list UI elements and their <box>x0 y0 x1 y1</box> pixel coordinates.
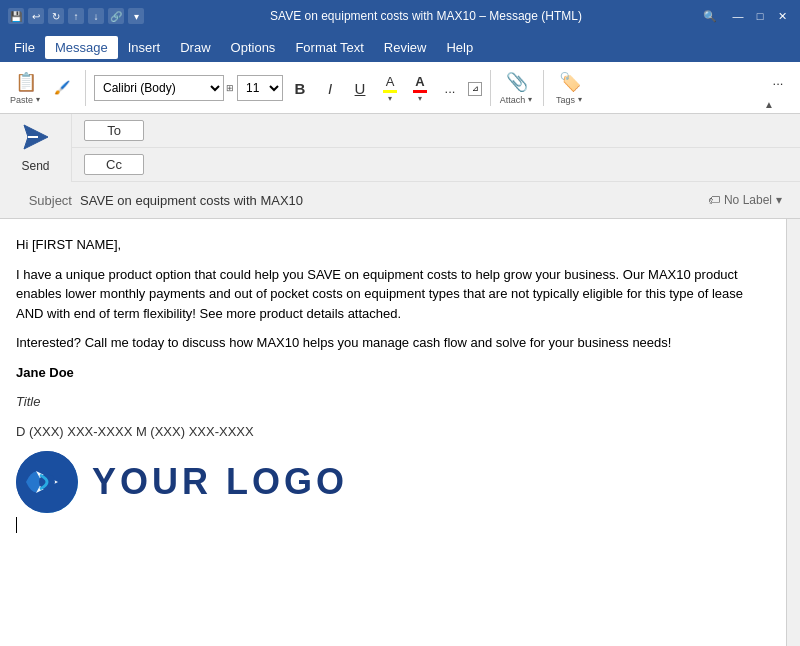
subject-label: Subject <box>12 193 72 208</box>
tags-label: Tags <box>556 95 575 105</box>
cc-input[interactable] <box>152 157 788 172</box>
body-area: Hi [FIRST NAME], I have a unique product… <box>0 219 800 646</box>
more-ribbon-button[interactable]: ... <box>764 64 792 96</box>
ribbon-more: ... ▲ <box>764 64 792 111</box>
title-bar: 💾 ↩ ↻ ↑ ↓ 🔗 ▾ SAVE on equipment costs wi… <box>0 0 800 32</box>
email-fields: Send To Cc Subject SAVE on equipment cos… <box>0 114 800 219</box>
send-area: Send <box>0 114 72 182</box>
more-font-button[interactable]: ... <box>436 73 464 105</box>
redo-icon[interactable]: ↻ <box>48 8 64 24</box>
sender-title: Title <box>16 392 770 412</box>
tags-arrow[interactable]: ▾ <box>576 95 584 104</box>
font-size-select[interactable]: 11 <box>237 75 283 101</box>
to-button[interactable]: To <box>84 120 144 141</box>
no-label-button[interactable]: 🏷 No Label ▾ <box>702 191 788 209</box>
font-group: Calibri (Body) ⊞ 11 B I U A ▾ A ▾ <box>94 71 482 105</box>
to-input[interactable] <box>152 123 788 138</box>
more-ribbon-icon: ... <box>773 73 784 88</box>
menu-bar: File Message Insert Draw Options Format … <box>0 32 800 62</box>
attach-arrow[interactable]: ▾ <box>526 95 534 104</box>
format-painter-icon: 🖌️ <box>54 80 70 95</box>
bold-button[interactable]: B <box>286 73 314 105</box>
menu-file[interactable]: File <box>4 36 45 59</box>
font-dialog-launcher[interactable]: ⊿ <box>468 82 482 96</box>
paste-icon: 📋 <box>15 71 37 93</box>
attach-group: 📎 Attach ▾ <box>499 68 535 108</box>
format-painter-button[interactable]: 🖌️ <box>47 72 77 104</box>
sep1 <box>85 70 86 106</box>
font-color-bar <box>413 90 427 93</box>
paragraph1: I have a unique product option that coul… <box>16 265 770 324</box>
cc-field-row: Cc <box>72 148 800 182</box>
attach-icon: 📎 <box>506 71 528 93</box>
undo-icon[interactable]: ↩ <box>28 8 44 24</box>
save-icon[interactable]: 💾 <box>8 8 24 24</box>
more-font-icon: ... <box>445 81 456 96</box>
attach-label: Attach <box>500 95 526 105</box>
send-svg <box>22 123 50 151</box>
font-expand-icon: ⊞ <box>226 83 234 93</box>
cc-button[interactable]: Cc <box>84 154 144 175</box>
font-color-arrow[interactable]: ▾ <box>416 94 424 103</box>
maximize-button[interactable]: □ <box>750 6 770 26</box>
subject-row: Subject SAVE on equipment costs with MAX… <box>0 182 800 218</box>
attach-button[interactable]: 📎 Attach ▾ <box>499 68 535 108</box>
label-icon: 🏷 <box>708 193 720 207</box>
menu-options[interactable]: Options <box>221 36 286 59</box>
contact-line: D (XXX) XXX-XXXX M (XXX) XXX-XXXX <box>16 422 770 442</box>
message-body[interactable]: Hi [FIRST NAME], I have a unique product… <box>0 219 786 646</box>
logo-circle <box>16 451 78 513</box>
to-field-row: To <box>72 114 800 148</box>
font-color-icon: A <box>415 74 424 89</box>
logo-svg <box>16 451 78 513</box>
down-icon[interactable]: ↓ <box>88 8 104 24</box>
menu-message[interactable]: Message <box>45 36 118 59</box>
send-icon <box>22 123 50 157</box>
sender-name: Jane Doe <box>16 363 770 383</box>
ribbon: 📋 Paste ▾ 🖌️ Calibri (Body) ⊞ 11 <box>0 62 800 114</box>
highlight-color-bar <box>383 90 397 93</box>
minimize-button[interactable]: — <box>728 6 748 26</box>
menu-insert[interactable]: Insert <box>118 36 171 59</box>
window-controls[interactable]: — □ ✕ <box>728 6 792 26</box>
greeting: Hi [FIRST NAME], <box>16 235 770 255</box>
font-family-select[interactable]: Calibri (Body) <box>94 75 224 101</box>
chain-icon[interactable]: 🔗 <box>108 8 124 24</box>
window-title: SAVE on equipment costs with MAX10 – Mes… <box>152 9 700 23</box>
highlight-button[interactable]: A ▾ <box>376 73 404 105</box>
menu-review[interactable]: Review <box>374 36 437 59</box>
no-label-text: No Label <box>724 193 772 207</box>
paste-button[interactable]: 📋 Paste ▾ <box>8 68 44 108</box>
highlight-arrow[interactable]: ▾ <box>386 94 394 103</box>
sep3 <box>543 70 544 106</box>
tags-group: 🏷️ Tags ▾ <box>552 68 588 108</box>
address-fields: To Cc <box>72 114 800 182</box>
tags-icon: 🏷️ <box>559 71 581 93</box>
menu-format-text[interactable]: Format Text <box>285 36 373 59</box>
cursor-line <box>16 517 770 533</box>
to-row: Send To Cc <box>0 114 800 182</box>
paragraph2: Interested? Call me today to discuss how… <box>16 333 770 353</box>
sep2 <box>490 70 491 106</box>
main-content: Send To Cc Subject SAVE on equipment cos… <box>0 114 800 646</box>
highlight-icon: A <box>386 74 395 89</box>
underline-button[interactable]: U <box>346 73 374 105</box>
menu-help[interactable]: Help <box>436 36 483 59</box>
menu-draw[interactable]: Draw <box>170 36 220 59</box>
text-cursor <box>16 517 17 533</box>
paste-arrow[interactable]: ▾ <box>34 95 42 104</box>
ribbon-collapse-icon[interactable]: ▲ <box>764 99 774 110</box>
send-button[interactable]: Send <box>21 159 49 173</box>
scroll-bar[interactable] <box>786 219 800 646</box>
close-button[interactable]: ✕ <box>772 6 792 26</box>
quick-access-toolbar[interactable]: 💾 ↩ ↻ ↑ ↓ 🔗 ▾ <box>8 8 144 24</box>
customize-icon[interactable]: ▾ <box>128 8 144 24</box>
no-label-arrow: ▾ <box>776 193 782 207</box>
font-color-button[interactable]: A ▾ <box>406 73 434 105</box>
up-icon[interactable]: ↑ <box>68 8 84 24</box>
tags-button[interactable]: 🏷️ Tags ▾ <box>552 68 588 108</box>
logo-text: YOUR LOGO <box>92 455 348 509</box>
logo-area: YOUR LOGO <box>16 451 770 513</box>
italic-button[interactable]: I <box>316 73 344 105</box>
search-icon[interactable]: 🔍 <box>700 6 720 26</box>
